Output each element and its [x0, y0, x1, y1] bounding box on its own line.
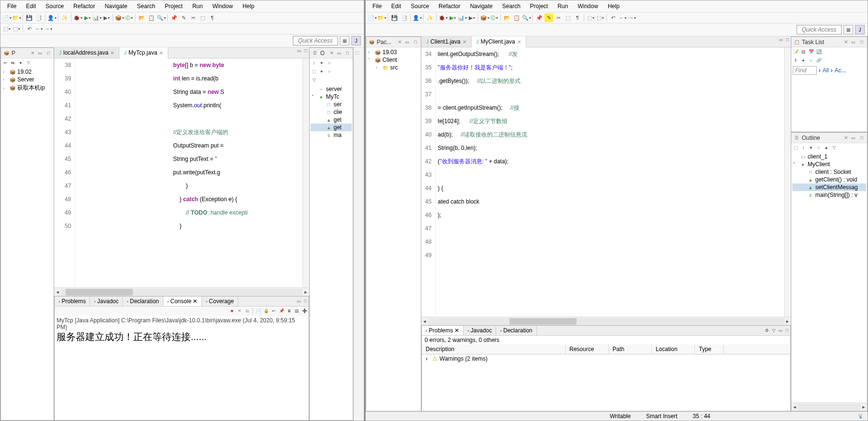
user-dd[interactable]: 👤	[413, 13, 421, 22]
save-icon[interactable]: 💾	[25, 13, 34, 22]
para-icon[interactable]: ¶	[208, 13, 217, 22]
tree-item[interactable]: ›📁src	[367, 64, 420, 71]
maximize-icon[interactable]: □	[45, 50, 52, 57]
new-class[interactable]: Ⓒ	[125, 13, 133, 22]
outline-item[interactable]: □client : Socket	[792, 168, 866, 176]
tree-item[interactable]: ›📦获取本机ip	[2, 83, 53, 92]
max-icon[interactable]: □	[302, 298, 309, 305]
filter-icon[interactable]: ⚙	[764, 327, 770, 334]
tree-item[interactable]: ›📦Server	[2, 76, 53, 83]
outline-item[interactable]: ˅●MyTc	[311, 93, 352, 101]
save-dd[interactable]: 📁	[12, 13, 21, 22]
pin-icon[interactable]: 📌	[170, 13, 178, 22]
menu-project[interactable]: Project	[160, 1, 187, 11]
sched-icon[interactable]: 📅	[808, 48, 814, 55]
new-task-dd[interactable]: 📝	[792, 48, 799, 55]
col-resource[interactable]: Resource	[566, 344, 609, 354]
scroll-lock-icon[interactable]: 🔒	[263, 307, 269, 314]
close-tab-icon[interactable]: ✕	[517, 39, 521, 45]
new-button[interactable]: 📄	[368, 13, 376, 22]
menu-file[interactable]: File	[2, 1, 21, 11]
mark-icon[interactable]: ✎	[544, 13, 553, 22]
java-perspective[interactable]: J	[855, 25, 865, 34]
min-icon[interactable]: ▭	[404, 39, 410, 46]
outline-item[interactable]: ▲get	[311, 116, 352, 124]
para-icon[interactable]: ¶	[573, 13, 582, 22]
perspective-btn[interactable]: ⊞	[844, 25, 853, 34]
bottom-tab-coverage[interactable]: ▪Coverage	[202, 296, 238, 306]
editor-tab[interactable]: JClient1.java✕	[421, 36, 472, 47]
sort-icon[interactable]: ↕	[311, 59, 317, 66]
nav2[interactable]: ⬚	[596, 13, 604, 22]
minimize-icon[interactable]: ▭	[36, 50, 43, 57]
back-dd[interactable]: ←	[618, 13, 627, 22]
close-icon[interactable]: ✕	[844, 39, 848, 45]
debug-button[interactable]: 🐞	[73, 13, 82, 22]
back-dd[interactable]: ←	[35, 24, 43, 33]
f3-icon[interactable]: ○	[326, 68, 333, 75]
activate-link[interactable]: Ac...	[834, 67, 846, 74]
menu-window[interactable]: Window	[208, 1, 238, 11]
save-icon[interactable]: 💾	[390, 13, 399, 22]
ext-run[interactable]: ▶	[467, 13, 476, 22]
hide-icon[interactable]: ○	[808, 57, 814, 64]
java-perspective[interactable]: J	[351, 36, 361, 46]
run-button[interactable]: ▶	[448, 13, 457, 22]
bottom-tab-console[interactable]: ▪Console ✕	[163, 296, 202, 306]
tree-item[interactable]: ›📦19.02	[2, 68, 53, 76]
link-icon[interactable]: ⇆	[10, 59, 16, 66]
back-icon[interactable]: ↶	[25, 24, 34, 33]
min-icon[interactable]: ▭	[336, 50, 342, 57]
outline-item[interactable]: sma	[311, 131, 352, 139]
pin2-icon[interactable]: 📌	[278, 307, 285, 314]
nav-dd1[interactable]: ⬚	[2, 24, 11, 33]
outline-item[interactable]: □clie	[311, 108, 352, 116]
focus-icon[interactable]: ●	[17, 59, 24, 66]
menu-help[interactable]: Help	[238, 1, 259, 11]
col-type[interactable]: Type	[695, 344, 724, 354]
outline-item[interactable]: ˅●MyClient	[792, 160, 866, 168]
sync-icon[interactable]: 🔄	[815, 48, 822, 55]
outline-item[interactable]: ▲setClientMessag	[792, 183, 866, 191]
f5[interactable]: ▲	[823, 144, 830, 151]
bottom-tab-javadoc[interactable]: ▪Javadoc	[90, 296, 123, 306]
open-task[interactable]: 📋	[147, 13, 156, 22]
collapse-icon[interactable]: ⇕	[792, 57, 799, 64]
overview-ruler[interactable]	[784, 47, 791, 317]
hscroll-right[interactable]: ◄►	[421, 317, 791, 325]
f3[interactable]: ●	[808, 144, 814, 151]
coverage-button[interactable]: 📊	[458, 13, 466, 22]
wand-icon[interactable]: ✨	[426, 13, 434, 22]
code-editor-left[interactable]: byte[] b = new byteint len = is.read(bSt…	[75, 58, 302, 287]
hide-icon[interactable]: ○	[326, 59, 333, 66]
bottom-tab-javadoc[interactable]: ▪Javadoc	[463, 326, 496, 335]
fwd-dd[interactable]: →	[44, 24, 53, 33]
wand-icon[interactable]: ✨	[60, 13, 69, 22]
run-button[interactable]: ▶	[83, 13, 92, 22]
menu-project[interactable]: Project	[525, 1, 553, 11]
open-type[interactable]: 📂	[138, 13, 146, 22]
max-icon[interactable]: □	[302, 47, 309, 54]
all-link[interactable]: All	[822, 67, 829, 74]
close-tab-icon[interactable]: ✕	[463, 39, 466, 45]
remove-icon[interactable]: ✕	[236, 307, 243, 314]
save-all-icon[interactable]: 📑	[35, 13, 43, 22]
close-icon[interactable]: ✕	[844, 135, 848, 140]
outline-item[interactable]: □ser	[311, 101, 352, 108]
new-console-dd[interactable]: ➕	[301, 307, 308, 314]
min-icon[interactable]: ▭	[850, 39, 856, 46]
outline-item[interactable]: ○server	[311, 85, 352, 93]
menu-run[interactable]: Run	[187, 1, 208, 11]
outline-hscroll[interactable]: ◄►	[791, 402, 867, 411]
save-all-icon[interactable]: 📑	[400, 13, 408, 22]
menu-search[interactable]: Search	[498, 1, 525, 11]
ext-run[interactable]: ▶	[102, 13, 111, 22]
menu-refactor[interactable]: Refactor	[69, 1, 100, 11]
min-icon[interactable]: ▭	[777, 327, 784, 334]
bottom-tab-problems[interactable]: ▪Problems	[55, 296, 90, 306]
filter-icon[interactable]: ●	[318, 59, 325, 66]
max-icon[interactable]: □	[412, 39, 419, 46]
outline-item[interactable]: smain(String[]) : v	[792, 191, 866, 199]
menu-help[interactable]: Help	[603, 1, 625, 11]
fwd-dd[interactable]: →	[628, 13, 637, 22]
